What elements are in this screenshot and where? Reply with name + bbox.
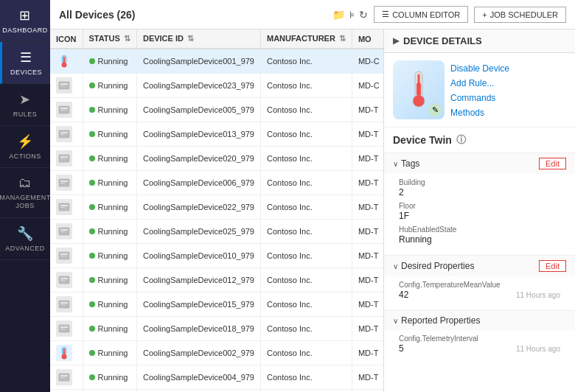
folder-icon[interactable]: 📁: [332, 9, 345, 21]
cell-icon: [50, 317, 83, 341]
table-row[interactable]: RunningCoolingSampleDevice002_979Contoso…: [50, 341, 383, 365]
desired-chevron-icon: ∨: [393, 262, 398, 270]
svg-rect-4: [60, 83, 68, 85]
cell-manufacturer: Contoso Inc.: [260, 122, 352, 147]
cell-device-id: CoolingSampleDevice006_979: [136, 171, 260, 195]
col-manufacturer[interactable]: MANUFACTURER ⇅: [260, 29, 352, 49]
svg-rect-5: [60, 85, 65, 86]
cell-model: MD-T: [352, 317, 383, 341]
add-rule-link[interactable]: Add Rule...: [450, 78, 509, 88]
sidebar-item-dashboard[interactable]: ⊞ DASHBOARD: [0, 0, 50, 42]
cell-device-id: CoolingSampleDevice001_979: [136, 49, 260, 74]
svg-rect-22: [60, 229, 68, 231]
filter-icon[interactable]: ⊧: [349, 9, 355, 21]
cell-device-id: CoolingSampleDevice013_979: [136, 122, 260, 147]
svg-rect-23: [60, 231, 65, 232]
cell-status: Running: [83, 171, 136, 195]
commands-link[interactable]: Commands: [450, 93, 509, 103]
sidebar-item-advanced[interactable]: 🔧 ADVANCED: [0, 218, 50, 260]
right-panel: ▶ DEVICE DETAILS ✎: [383, 29, 575, 392]
cell-status: Running: [83, 98, 136, 122]
table-row[interactable]: RunningCoolingSampleDevice010_979Contoso…: [50, 244, 383, 268]
cell-model: MD-T: [352, 341, 383, 365]
cell-device-id: CoolingSampleDevice022_979: [136, 195, 260, 220]
cell-manufacturer: Contoso Inc.: [260, 220, 352, 244]
tags-body: Building 2 Floor 1F HubEnabledState Runn…: [384, 174, 575, 255]
table-row[interactable]: RunningCoolingSampleDevice018_979Contoso…: [50, 317, 383, 341]
cell-icon: [50, 268, 83, 293]
cell-icon: [50, 49, 83, 74]
cell-icon: [50, 147, 83, 171]
col-device-id[interactable]: DEVICE ID ⇅: [136, 29, 260, 49]
tags-title: Tags: [401, 158, 419, 169]
tags-header[interactable]: ∨ Tags Edit: [384, 153, 575, 174]
management-icon: 🗂: [18, 175, 32, 191]
sidebar-item-actions[interactable]: ⚡ ACTIONS: [0, 126, 50, 168]
telemetry-interval-prop: Config.TelemetryInterval 5 11 Hours ago: [399, 335, 560, 354]
table-row[interactable]: RunningCoolingSampleDevice015_979Contoso…: [50, 293, 383, 317]
svg-rect-10: [60, 132, 68, 133]
tags-edit-button[interactable]: Edit: [539, 158, 566, 169]
telemetry-interval-value: 5: [399, 343, 404, 354]
cell-status: Running: [83, 220, 136, 244]
col-icon: ICON: [50, 29, 83, 49]
actions-icon: ⚡: [17, 133, 34, 150]
job-scheduler-icon: +: [482, 10, 487, 19]
svg-rect-19: [60, 205, 68, 206]
table-row[interactable]: RunningCoolingSampleDevice005_979Contoso…: [50, 98, 383, 122]
panel-links: Disable Device Add Rule... Commands Meth…: [450, 60, 509, 118]
table-row[interactable]: RunningCoolingSampleDevice022_979Contoso…: [50, 195, 383, 220]
sidebar-item-rules[interactable]: ➤ RULES: [0, 84, 50, 126]
cell-device-id: CoolingSampleDevice010_979: [136, 244, 260, 268]
cell-device-id: my_device01: [136, 390, 260, 393]
reported-chevron-icon: ∨: [393, 317, 398, 325]
methods-link[interactable]: Methods: [450, 108, 509, 118]
cell-device-id: CoolingSampleDevice023_979: [136, 74, 260, 98]
column-editor-button[interactable]: ☰ COLUMN EDITOR: [374, 6, 468, 23]
col-model[interactable]: MO: [352, 29, 383, 49]
cell-device-id: CoolingSampleDevice004_979: [136, 365, 260, 390]
cell-device-id: CoolingSampleDevice015_979: [136, 293, 260, 317]
cell-icon: [50, 122, 83, 147]
sidebar-item-label: DASHBOARD: [2, 27, 48, 34]
sidebar: ⊞ DASHBOARD ☰ DEVICES ➤ RULES ⚡ ACTIONS …: [0, 0, 50, 392]
refresh-icon[interactable]: ↻: [359, 9, 368, 21]
cell-status: Running: [83, 195, 136, 220]
cell-model: MD-T: [352, 365, 383, 390]
cell-manufacturer: Contoso Inc.: [260, 268, 352, 293]
table-row[interactable]: RunningCoolingSampleDevice012_979Contoso…: [50, 268, 383, 293]
table-row[interactable]: RunningCoolingSampleDevice006_979Contoso…: [50, 171, 383, 195]
sidebar-item-devices[interactable]: ☰ DEVICES: [0, 42, 50, 84]
svg-rect-26: [60, 256, 65, 256]
table-row[interactable]: RunningCoolingSampleDevice001_979Contoso…: [50, 49, 383, 74]
twin-title: Device Twin ⓘ: [393, 133, 566, 147]
reported-props-header[interactable]: ∨ Reported Properties: [384, 311, 575, 330]
reported-props-body: Config.TelemetryInterval 5 11 Hours ago: [384, 330, 575, 364]
cell-manufacturer: Contoso Inc.: [260, 49, 352, 74]
cell-model: [352, 390, 383, 393]
table-row[interactable]: RunningCoolingSampleDevice025_979Contoso…: [50, 220, 383, 244]
advanced-icon: 🔧: [17, 225, 34, 242]
table-row[interactable]: Disabledmy_device01Contoso Inc.: [50, 390, 383, 393]
sidebar-item-management[interactable]: 🗂 MANAGEMENT JOBS: [0, 168, 50, 218]
cell-model: MD-T: [352, 195, 383, 220]
job-scheduler-button[interactable]: + JOB SCHEDULER: [474, 7, 566, 23]
desired-props-header[interactable]: ∨ Desired Properties Edit: [384, 256, 575, 276]
main-content: All Devices (26) 📁 ⊧ ↻ ☰ COLUMN EDITOR +…: [50, 0, 575, 392]
disable-device-link[interactable]: Disable Device: [450, 63, 509, 74]
col-status[interactable]: STATUS ⇅: [83, 29, 136, 49]
column-editor-label: COLUMN EDITOR: [392, 10, 460, 19]
table-row[interactable]: RunningCoolingSampleDevice023_979Contoso…: [50, 74, 383, 98]
cell-manufacturer: Contoso Inc.: [260, 98, 352, 122]
floor-prop: Floor 1F: [399, 202, 560, 221]
hub-enabled-label: HubEnabledState: [399, 225, 560, 234]
info-icon[interactable]: ⓘ: [456, 133, 466, 147]
cell-status: Running: [83, 49, 136, 74]
table-row[interactable]: RunningCoolingSampleDevice020_979Contoso…: [50, 147, 383, 171]
desired-props-edit-button[interactable]: Edit: [539, 260, 566, 272]
temp-mean-time: 11 Hours ago: [516, 291, 560, 299]
table-row[interactable]: RunningCoolingSampleDevice004_979Contoso…: [50, 365, 383, 390]
table-row[interactable]: RunningCoolingSampleDevice013_979Contoso…: [50, 122, 383, 147]
floor-label: Floor: [399, 202, 560, 210]
desired-props-section: ∨ Desired Properties Edit Config.Tempera…: [384, 255, 575, 310]
